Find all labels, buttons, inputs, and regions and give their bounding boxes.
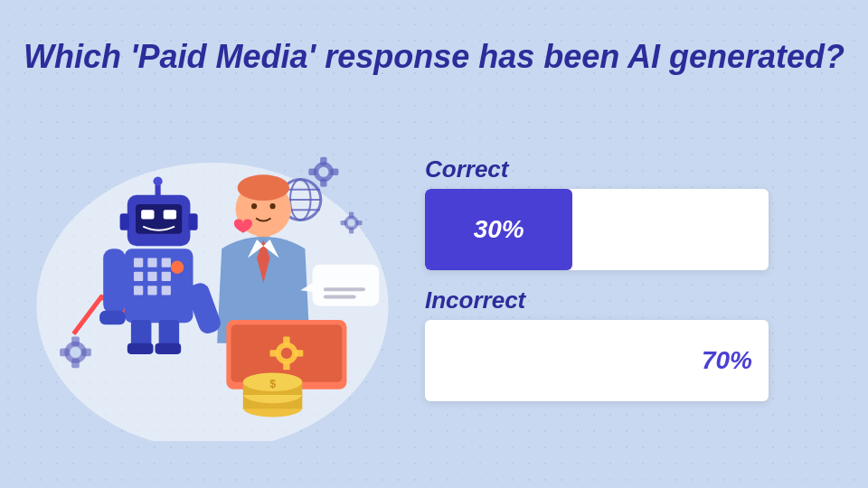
stats-area: Correct 30% Incorrect 70% [407, 155, 841, 401]
incorrect-stat-block: Incorrect 70% [425, 286, 841, 401]
illustration-svg: $ [18, 116, 407, 441]
svg-rect-27 [141, 210, 154, 219]
svg-rect-31 [120, 213, 129, 230]
svg-rect-16 [71, 336, 80, 345]
svg-rect-42 [162, 286, 171, 295]
svg-rect-18 [81, 348, 90, 356]
svg-point-51 [238, 174, 289, 201]
svg-text:$: $ [269, 377, 276, 389]
svg-rect-17 [71, 358, 80, 367]
svg-point-3 [318, 166, 328, 176]
svg-point-9 [348, 219, 355, 226]
svg-point-15 [70, 346, 80, 357]
svg-rect-49 [156, 343, 182, 353]
svg-point-61 [281, 347, 292, 358]
svg-rect-44 [103, 249, 126, 314]
incorrect-percentage: 70% [702, 346, 752, 375]
title-area: Which 'Paid Media' response has been AI … [24, 36, 844, 77]
svg-rect-39 [162, 271, 171, 280]
incorrect-label: Incorrect [425, 286, 841, 314]
svg-point-43 [171, 260, 184, 273]
svg-rect-75 [324, 295, 356, 298]
svg-rect-32 [188, 213, 197, 230]
svg-rect-13 [341, 220, 347, 224]
svg-rect-36 [162, 258, 171, 267]
main-content: $ Correct 30% Incorrect [0, 95, 868, 488]
svg-rect-19 [60, 348, 69, 356]
correct-percentage: 30% [474, 215, 524, 244]
svg-rect-5 [320, 178, 326, 186]
correct-label: Correct [425, 155, 841, 183]
svg-rect-41 [147, 286, 156, 295]
svg-rect-72 [313, 264, 380, 305]
page-title: Which 'Paid Media' response has been AI … [24, 36, 844, 77]
svg-rect-6 [330, 168, 338, 174]
svg-rect-11 [349, 227, 354, 233]
svg-point-53 [269, 203, 275, 209]
svg-rect-38 [147, 271, 156, 280]
svg-rect-65 [269, 350, 278, 356]
svg-rect-37 [134, 271, 143, 280]
correct-stat-block: Correct 30% [425, 155, 841, 270]
svg-point-30 [153, 176, 162, 185]
svg-rect-28 [164, 210, 176, 219]
svg-rect-12 [356, 220, 363, 224]
svg-rect-62 [283, 336, 289, 345]
svg-rect-10 [349, 211, 354, 218]
svg-rect-4 [320, 156, 326, 164]
correct-bar-fill: 30% [425, 189, 572, 270]
svg-rect-74 [324, 287, 365, 291]
incorrect-bar-container: 70% [425, 320, 769, 401]
svg-rect-7 [308, 168, 316, 174]
svg-point-52 [251, 203, 257, 209]
svg-rect-64 [295, 350, 304, 356]
svg-rect-48 [127, 343, 154, 353]
illustration-area: $ [18, 116, 407, 441]
svg-rect-40 [134, 286, 143, 295]
svg-rect-45 [99, 310, 126, 324]
svg-rect-34 [134, 258, 143, 267]
svg-rect-63 [283, 361, 289, 370]
correct-bar-container: 30% [425, 189, 769, 270]
svg-rect-35 [147, 258, 156, 267]
svg-rect-29 [156, 183, 161, 196]
